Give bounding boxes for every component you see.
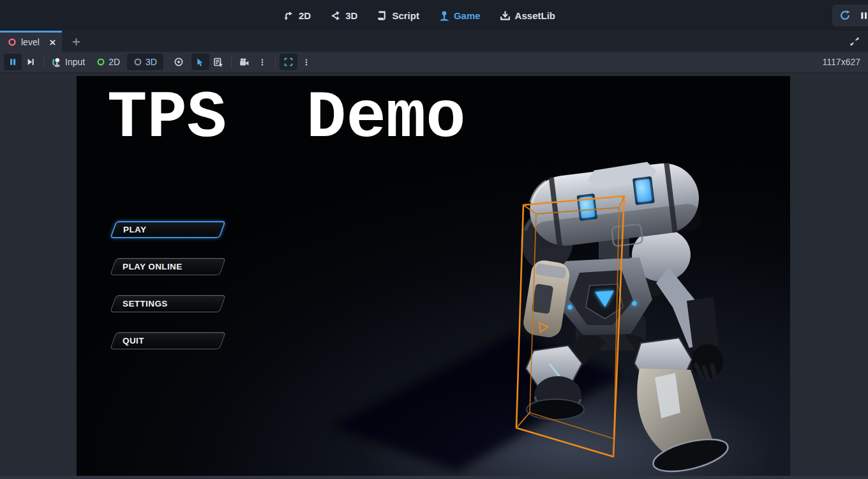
scene-tab-bar: level (0, 31, 868, 52)
editor-top-bar: 2D 3D (0, 0, 868, 31)
camera-movie-button[interactable] (236, 54, 253, 70)
play-online-button-label: PLAY ONLINE (114, 262, 183, 271)
quit-button-label: QUIT (114, 336, 144, 346)
view-3d-label: 3D (146, 57, 157, 67)
script-icon (377, 10, 387, 21)
robot-shadow (331, 331, 622, 472)
add-scene-tab-button[interactable] (68, 33, 84, 50)
radio-3d-icon (133, 57, 142, 66)
chest-emblem (595, 291, 614, 307)
input-mode-dropdown[interactable]: Input (48, 54, 88, 70)
game-joystick-icon (438, 10, 449, 21)
bottom-panel-edge (0, 476, 868, 479)
toolbar-separator (275, 56, 276, 68)
quit-button[interactable]: QUIT (110, 332, 226, 349)
view-3d-toggle[interactable]: 3D (127, 54, 163, 70)
workspace-tab-label: Game (454, 10, 481, 21)
workspace-tabs: 2D 3D (283, 10, 555, 21)
workspace-tab-script[interactable]: Script (377, 10, 419, 21)
input-joystick-icon (51, 57, 62, 68)
toolbar-separator (43, 56, 44, 68)
workspace-tab-game[interactable]: Game (438, 10, 481, 21)
game-toolbar: Input 2D 3D (0, 52, 868, 73)
game-title: TPS Demo (107, 85, 466, 151)
close-tab-icon[interactable] (49, 38, 57, 47)
camera-options-menu[interactable] (253, 54, 271, 70)
settings-button[interactable]: SETTINGS (110, 295, 226, 312)
robot-body (521, 156, 731, 476)
workspace-2d-icon (283, 10, 294, 21)
workspace-tab-2d[interactable]: 2D (283, 10, 311, 21)
expand-viewport-icon[interactable] (846, 33, 863, 50)
editor-main-area: TPS Demo PLAY PLAY ONLINE SETTINGS QUIT (0, 73, 868, 479)
workspace-tab-label: 3D (345, 10, 357, 21)
assetlib-download-icon (500, 10, 511, 21)
play-button-label: PLAY (114, 225, 146, 234)
select-list-button[interactable] (209, 54, 227, 70)
pause-button[interactable] (4, 54, 22, 70)
robot-eye-right (635, 179, 652, 202)
workspace-tab-label: AssetLib (515, 10, 555, 21)
scene-circle-icon (8, 38, 17, 47)
next-frame-button[interactable] (22, 54, 40, 70)
godot-editor-window: 2D 3D (0, 0, 868, 479)
workspace-tab-label: 2D (299, 10, 311, 21)
play-button[interactable]: PLAY (110, 221, 226, 238)
embed-options-menu[interactable] (297, 54, 315, 70)
play-online-button[interactable]: PLAY ONLINE (110, 258, 226, 275)
toolbar-separator (231, 56, 232, 68)
scene-tab-label: level (21, 37, 44, 47)
view-2d-label: 2D (108, 57, 120, 67)
viewport-resolution-label: 1117x627 (823, 57, 868, 67)
select-mode-button[interactable] (191, 54, 209, 70)
embed-game-button[interactable] (280, 54, 297, 70)
scene-tab-level[interactable]: level (0, 31, 62, 52)
workspace-tab-assetlib[interactable]: AssetLib (500, 10, 555, 21)
input-mode-label: Input (65, 57, 85, 67)
robot-head (525, 156, 703, 256)
workspace-3d-icon (330, 10, 341, 21)
settings-button-label: SETTINGS (114, 299, 168, 308)
radio-2d-icon (96, 57, 105, 66)
playback-controls (832, 4, 868, 26)
workspace-tab-label: Script (392, 10, 419, 21)
pause-game-icon[interactable] (859, 11, 868, 20)
robot-eye-left (579, 196, 595, 218)
view-2d-toggle[interactable]: 2D (93, 54, 123, 70)
reload-project-icon[interactable] (839, 10, 851, 21)
game-viewport[interactable]: TPS Demo PLAY PLAY ONLINE SETTINGS QUIT (77, 76, 790, 476)
selection-box-gizmo (516, 196, 624, 457)
camera-override-button[interactable] (170, 54, 188, 70)
workspace-tab-3d[interactable]: 3D (330, 10, 357, 21)
